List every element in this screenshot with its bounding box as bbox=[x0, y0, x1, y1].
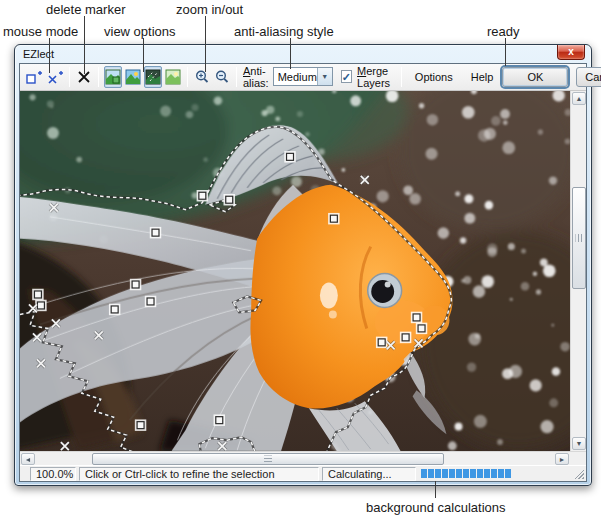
callout-line-view-options bbox=[143, 38, 144, 72]
annotation-view-options: view options bbox=[104, 24, 176, 39]
anti-alias-label: Anti-alias: bbox=[243, 65, 269, 89]
anti-alias-value: Medium bbox=[274, 71, 317, 83]
zoom-in-button[interactable] bbox=[193, 66, 211, 88]
close-button[interactable]: x bbox=[557, 45, 585, 60]
status-bar: 100.0% Click or Ctrl-click to refine the… bbox=[20, 465, 586, 481]
hint-panel: Click or Ctrl-click to refine the select… bbox=[79, 467, 319, 481]
ezlect-window: EZlect x bbox=[14, 44, 592, 486]
zoom-in-icon bbox=[194, 69, 210, 85]
cancel-button[interactable]: Cancel bbox=[576, 67, 601, 87]
checkbox-box[interactable]: ✓ bbox=[341, 70, 352, 83]
zoom-level-panel: 100.0% bbox=[30, 467, 76, 481]
view-selection-icon bbox=[145, 69, 161, 85]
toolbar-separator bbox=[98, 67, 99, 87]
window-content: Anti-alias: Medium ▼ ✓ Merge Layers Opti… bbox=[19, 63, 587, 482]
toolbar-separator bbox=[401, 67, 402, 87]
toolbar: Anti-alias: Medium ▼ ✓ Merge Layers Opti… bbox=[20, 64, 586, 91]
zoom-out-icon bbox=[214, 69, 230, 85]
mouse-mode-rect-button[interactable] bbox=[24, 66, 43, 88]
callout-line-zoom bbox=[205, 16, 206, 72]
resize-grip-icon[interactable] bbox=[573, 468, 584, 479]
help-button[interactable]: Help bbox=[462, 68, 503, 86]
goldfish-image bbox=[20, 91, 570, 451]
check-icon: ✓ bbox=[342, 72, 351, 82]
calculating-panel: Calculating... bbox=[322, 467, 416, 481]
scroll-down-icon[interactable]: ▼ bbox=[572, 437, 586, 450]
view-composite-icon bbox=[105, 69, 121, 85]
view-selection-button[interactable] bbox=[144, 66, 162, 88]
zoom-out-button[interactable] bbox=[213, 66, 231, 88]
mouse-mode-cross-button[interactable] bbox=[45, 66, 64, 88]
vertical-scroll-thumb[interactable] bbox=[572, 187, 586, 289]
annotation-mouse-mode: mouse mode bbox=[3, 24, 78, 39]
callout-line-ready bbox=[505, 38, 506, 66]
horizontal-scroll-thumb[interactable] bbox=[92, 453, 444, 465]
scroll-left-icon[interactable]: ◄ bbox=[21, 453, 35, 465]
view-mask-button[interactable] bbox=[164, 66, 182, 88]
ok-button[interactable]: OK bbox=[502, 67, 568, 87]
annotation-ready: ready bbox=[487, 24, 520, 39]
progress-bar bbox=[421, 467, 512, 481]
merge-layers-label: Merge Layers bbox=[357, 65, 392, 89]
horizontal-scrollbar[interactable]: ◄ ► bbox=[20, 451, 586, 465]
merge-layers-checkbox[interactable]: ✓ Merge Layers bbox=[341, 65, 392, 89]
selection-canvas[interactable] bbox=[20, 91, 570, 451]
toolbar-separator bbox=[187, 67, 188, 87]
toolbar-separator bbox=[69, 67, 70, 87]
options-button[interactable]: Options bbox=[406, 68, 462, 86]
annotation-zoom-in-out: zoom in/out bbox=[176, 2, 243, 17]
vertical-scrollbar[interactable]: ▲ ▼ bbox=[570, 91, 586, 451]
scroll-up-icon[interactable]: ▲ bbox=[572, 92, 586, 105]
callout-line-background-calculations bbox=[435, 481, 436, 498]
view-mask-icon bbox=[165, 69, 181, 85]
callout-line-delete-marker bbox=[84, 16, 85, 74]
annotation-delete-marker: delete marker bbox=[46, 2, 125, 17]
view-composite-button[interactable] bbox=[104, 66, 122, 88]
image-viewport: ▲ ▼ bbox=[20, 91, 586, 451]
thumb-grip bbox=[264, 456, 272, 463]
annotation-anti-aliasing: anti-aliasing style bbox=[234, 24, 334, 39]
toolbar-separator bbox=[236, 67, 237, 87]
callout-line-anti-aliasing bbox=[290, 38, 291, 69]
callout-line-mouse-mode bbox=[49, 38, 50, 73]
thumb-grip bbox=[576, 234, 583, 242]
view-image-icon bbox=[125, 69, 141, 85]
anti-alias-dropdown[interactable]: Medium ▼ bbox=[273, 67, 333, 86]
scroll-right-icon[interactable]: ► bbox=[555, 453, 569, 465]
add-rect-marker-icon bbox=[25, 69, 42, 85]
view-image-button[interactable] bbox=[124, 66, 142, 88]
annotation-background-calculations: background calculations bbox=[366, 500, 505, 515]
chevron-down-icon[interactable]: ▼ bbox=[317, 68, 332, 85]
